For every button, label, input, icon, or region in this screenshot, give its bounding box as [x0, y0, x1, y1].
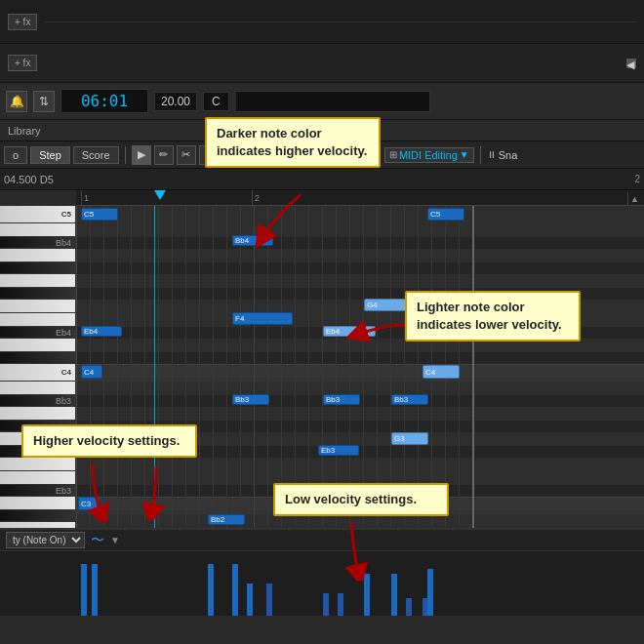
playhead — [154, 206, 155, 528]
row-21 — [76, 514, 644, 528]
draw-tool[interactable]: ✏ — [154, 145, 174, 165]
key-b3[interactable] — [0, 382, 75, 395]
piano-roll-area: C5 Bb4 Eb4 C4 Bb3 Eb3 C3 Bb2 — [0, 206, 644, 528]
fx-button-2[interactable]: + fx — [8, 55, 37, 71]
note-bb4[interactable]: Bb4 — [232, 235, 273, 246]
note-c5-1[interactable]: C5 — [81, 208, 118, 221]
fx-button-1[interactable]: + fx — [8, 14, 37, 30]
note-bb3-1[interactable]: Bb3 — [232, 394, 269, 405]
vline-13 — [267, 206, 268, 528]
midi-editing-label: MIDI Editing — [399, 149, 458, 161]
tab-step[interactable]: Step — [30, 146, 70, 164]
key-display: C — [203, 92, 229, 111]
vel-bar-2 — [92, 564, 98, 616]
vel-bar-8 — [338, 593, 343, 616]
play-tool[interactable]: ▶ — [132, 145, 151, 165]
note-c3[interactable]: C3 — [78, 497, 100, 510]
note-g3[interactable]: G3 — [391, 432, 428, 445]
callout-darker-note: Darker note color indicates higher veloc… — [205, 117, 381, 168]
vline-16 — [308, 206, 309, 528]
key-b4[interactable] — [0, 223, 75, 237]
velocity-label-bar: ty (Note On) 〜 ▼ — [0, 530, 644, 551]
grid-bg — [76, 206, 644, 528]
tab-score[interactable]: Score — [73, 146, 119, 164]
vel-bar-1 — [81, 564, 87, 616]
vline-12 — [240, 206, 241, 528]
note-c4-1[interactable]: C4 — [81, 365, 102, 379]
vline-14 — [281, 206, 282, 528]
key-fs4[interactable] — [0, 288, 75, 300]
tab-o[interactable]: o — [4, 146, 27, 164]
collapse-handle[interactable]: ◀ — [626, 59, 636, 68]
note-bb3-3[interactable]: Bb3 — [391, 394, 428, 405]
metronome-icon[interactable]: 🔔 — [6, 91, 27, 112]
note-eb4-2[interactable]: Eb4 — [323, 326, 376, 337]
key-a4[interactable] — [0, 249, 75, 262]
vline-5 — [144, 206, 145, 528]
row-1 — [76, 223, 644, 237]
vline-8 — [185, 206, 186, 528]
sync-icon[interactable]: ⇅ — [33, 91, 55, 112]
vline-22 — [390, 206, 391, 528]
velocity-area: ty (Note On) 〜 ▼ — [0, 528, 644, 616]
sep-4 — [480, 146, 481, 164]
transport-bar: 🔔 ⇅ 06:01 20.00 C — [0, 83, 644, 120]
key-e4[interactable] — [0, 313, 75, 327]
key-f4[interactable] — [0, 300, 75, 313]
note-info-bar: 04.500 D5 2 — [0, 169, 644, 190]
key-g4[interactable] — [0, 274, 75, 288]
note-bb2[interactable]: Bb2 — [208, 514, 245, 525]
ruler: 1 2 ▲ — [76, 190, 644, 206]
velocity-bars — [76, 551, 644, 616]
midi-editing-dropdown[interactable]: ⊞ MIDI Editing ▼ — [384, 147, 474, 163]
wave-icon: 〜 — [91, 532, 104, 549]
snap-control: ⏸ Sna — [487, 149, 518, 161]
vline-23 — [404, 206, 405, 528]
bpm-display: 20.00 — [154, 92, 197, 111]
note-f4[interactable]: F4 — [232, 312, 293, 325]
vline-24 — [418, 206, 419, 528]
snap-label: Sna — [499, 149, 518, 161]
vel-bar-3 — [208, 564, 214, 616]
vline-11 — [226, 206, 227, 528]
playhead-marker — [154, 190, 166, 200]
key-eb4[interactable]: Eb4 — [0, 327, 75, 339]
row-c4 — [76, 364, 644, 382]
grid-area[interactable]: C5 C5 Bb4 G4 F4 Eb4 Eb4 C4 C4 Bb3 Bb3 Bb… — [76, 206, 644, 528]
key-cs4[interactable] — [0, 352, 75, 364]
key-d3[interactable] — [0, 497, 75, 510]
velocity-type-select[interactable]: ty (Note On) — [6, 532, 85, 548]
row-5 — [76, 274, 644, 288]
row-18 — [76, 458, 644, 471]
key-f3[interactable] — [0, 458, 75, 471]
note-c5-2[interactable]: C5 — [427, 208, 464, 221]
sep-1 — [125, 146, 126, 164]
vline-20 — [363, 206, 364, 528]
key-a3[interactable] — [0, 407, 75, 421]
callout-low-vel: Low velocity settings. — [273, 483, 449, 516]
key-c5[interactable]: C5 — [0, 206, 75, 223]
key-ab4[interactable] — [0, 262, 75, 274]
note-c4-2[interactable]: C4 — [423, 365, 460, 379]
note-eb4-1[interactable]: Eb4 — [81, 326, 122, 337]
vline-7 — [172, 206, 173, 528]
ruler-mark-1: 1 — [81, 190, 89, 205]
key-eb3[interactable]: Eb3 — [0, 485, 75, 497]
ruler-mark-2: 2 — [252, 190, 260, 205]
key-cs3[interactable] — [0, 510, 75, 522]
cut-tool[interactable]: ✂ — [177, 145, 196, 165]
vline-17 — [322, 206, 323, 528]
row-0 — [76, 206, 644, 223]
library-label: Library — [8, 125, 41, 137]
key-bb4[interactable]: Bb4 — [0, 237, 75, 249]
note-eb3-2[interactable]: Eb3 — [318, 445, 359, 456]
key-bb3[interactable]: Bb3 — [0, 395, 75, 407]
vline-21 — [377, 206, 378, 528]
row-12 — [76, 382, 644, 395]
note-bb3-2[interactable]: Bb3 — [323, 394, 360, 405]
vline-bar — [254, 206, 255, 528]
key-e3[interactable] — [0, 471, 75, 485]
key-d4[interactable] — [0, 339, 75, 352]
key-c4[interactable]: C4 — [0, 364, 75, 382]
vel-menu-arrow[interactable]: ▼ — [110, 535, 120, 545]
